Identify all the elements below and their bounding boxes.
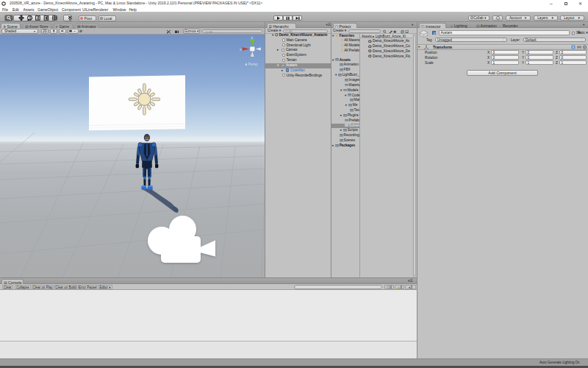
svg-text:Persp: Persp [248, 63, 258, 66]
